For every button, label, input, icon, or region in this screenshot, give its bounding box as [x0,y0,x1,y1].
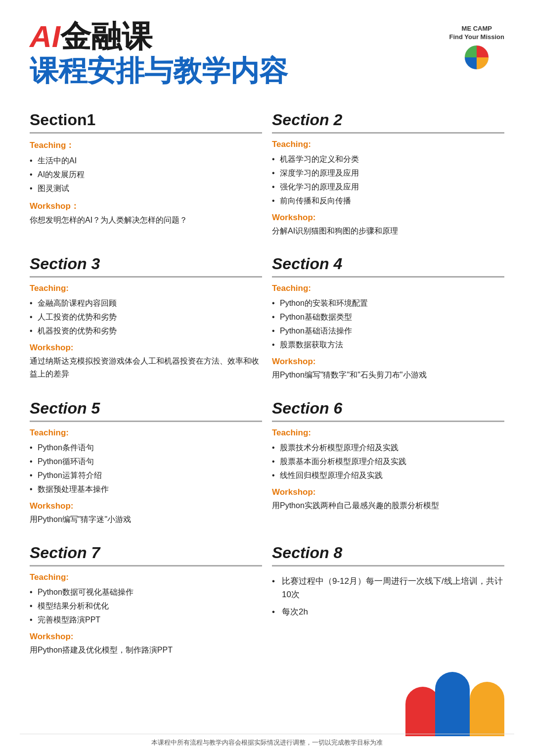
section-title-s4: Section 4 [272,255,504,273]
teaching-label-s4: Teaching: [272,284,504,293]
section-divider-s5 [30,421,262,422]
shape-blue [435,672,470,736]
logo-text: ME CAMPFind Your Mission [449,25,504,42]
section8-list: 比赛过程中（9-12月）每一周进行一次线下/线上培训，共计10次每次2h [272,572,504,621]
workshop-label-s7: Workshop: [30,632,262,642]
teaching-label-s6: Teaching: [272,428,504,438]
workshop-text-s1: 你想发明怎样的AI？为人类解决怎样的问题？ [30,214,262,227]
list-item: 完善模型路演PPT [30,613,262,627]
list-item: Python数据可视化基础操作 [30,585,262,599]
workshop-label-s6: Workshop: [272,487,504,497]
teaching-list-s5: Python条件语句Python循环语句Python运算符介绍数据预处理基本操作 [30,441,262,496]
section-title-s3: Section 3 [30,255,262,273]
list-item: 股票技术分析模型原理介绍及实践 [272,441,504,455]
workshop-text-s7: 用Python搭建及优化模型，制作路演PPT [30,644,262,657]
section-divider-s6 [272,421,504,422]
list-item: 股票数据获取方法 [272,338,504,352]
section-divider-s2 [272,132,504,134]
teaching-list-s2: 机器学习的定义和分类深度学习的原理及应用强化学习的原理及应用前向传播和反向传播 [272,152,504,208]
section-title-s1: Section1 [30,111,262,129]
list-item: 线性回归模型原理介绍及实践 [272,469,504,482]
list-item: 数据预处理基本操作 [30,482,262,496]
section-title-s8: Section 8 [272,544,504,562]
workshop-text-s5: 用Python编写"猜字迷"小游戏 [30,513,262,526]
workshop-text-s2: 分解AI识别猫图和狗图的步骤和原理 [272,225,504,237]
teaching-list-s3: 金融高阶课程内容回顾人工投资的优势和劣势机器投资的优势和劣势 [30,296,262,338]
list-item: 比赛过程中（9-12月）每一周进行一次线下/线上培训，共计10次 [272,572,504,603]
section-s4: Section 4Teaching:Python的安装和环境配置Python基础… [272,247,514,391]
section-s3: Section 3Teaching:金融高阶课程内容回顾人工投资的优势和劣势机器… [30,247,272,391]
list-item: Python的安装和环境配置 [272,296,504,310]
section-divider-s1 [30,132,262,134]
workshop-label-s4: Workshop: [272,357,504,367]
list-item: 金融高阶课程内容回顾 [30,296,262,310]
workshop-text-s6: 用Python实践两种自己最感兴趣的股票分析模型 [272,499,504,512]
list-item: AI的发展历程 [30,168,262,182]
list-item: 股票基本面分析模型原理介绍及实践 [272,455,504,469]
list-item: Python运算符介绍 [30,469,262,482]
section-title-s6: Section 6 [272,399,504,418]
section-title-s5: Section 5 [30,399,262,418]
section-s6: Section 6Teaching:股票技术分析模型原理介绍及实践股票基本面分析… [272,391,514,536]
teaching-label-s1: Teaching： [30,140,262,151]
list-item: 每次2h [272,603,504,620]
footer-note: 本课程中所有流程与教学内容会根据实际情况进行调整，一切以完成教学目标为准 [20,734,514,747]
title-line1: AI金融课 [30,20,288,53]
teaching-list-s7: Python数据可视化基础操作模型结果分析和优化完善模型路演PPT [30,585,262,627]
title-rest: 金融课 [60,19,152,53]
section-divider-s3 [30,276,262,278]
list-item: 前向传播和反向传播 [272,194,504,208]
teaching-label-s3: Teaching: [30,284,262,293]
list-item: 机器学习的定义和分类 [272,152,504,166]
title-line2: 课程安排与教学内容 [30,53,288,88]
list-item: Python循环语句 [30,455,262,469]
shape-yellow [470,682,504,736]
teaching-list-s1: 生活中的AIAI的发展历程图灵测试 [30,154,262,195]
list-item: 强化学习的原理及应用 [272,180,504,194]
list-item: 模型结果分析和优化 [30,599,262,613]
logo-block: ME CAMPFind Your Mission [449,20,504,70]
section-title-s7: Section 7 [30,544,262,562]
section-divider-s4 [272,276,504,278]
teaching-list-s4: Python的安装和环境配置Python基础数据类型Python基础语法操作股票… [272,296,504,352]
list-item: 人工投资的优势和劣势 [30,310,262,324]
section-s5: Section 5Teaching:Python条件语句Python循环语句Py… [30,391,272,536]
title-block: AI金融课 课程安排与教学内容 [30,20,288,88]
workshop-text-s4: 用Python编写"猜数字"和"石头剪刀布"小游戏 [272,369,504,381]
section-s8: Section 8比赛过程中（9-12月）每一周进行一次线下/线上培训，共计10… [272,536,514,666]
list-item: 图灵测试 [30,182,262,195]
workshop-text-s3: 通过纳斯达克模拟投资游戏体会人工和机器投资在方法、效率和收益上的差异 [30,355,262,380]
teaching-label-s7: Teaching: [30,572,262,582]
workshop-label-s5: Workshop: [30,501,262,511]
section-divider-s7 [30,565,262,567]
list-item: 生活中的AI [30,154,262,168]
logo-icon [464,45,490,70]
workshop-label-s3: Workshop: [30,343,262,353]
title-ai: AI [30,19,60,53]
section-title-s2: Section 2 [272,111,504,129]
section-s7: Section 7Teaching:Python数据可视化基础操作模型结果分析和… [30,536,272,666]
workshop-label-s1: Workshop： [30,200,262,212]
list-item: Python条件语句 [30,441,262,455]
section-s1: Section1Teaching：生活中的AIAI的发展历程图灵测试Worksh… [30,103,272,247]
section-s2: Section 2Teaching:机器学习的定义和分类深度学习的原理及应用强化… [272,103,514,247]
section-divider-s8 [272,565,504,567]
teaching-list-s6: 股票技术分析模型原理介绍及实践股票基本面分析模型原理介绍及实践线性回归模型原理介… [272,441,504,482]
header: AI金融课 课程安排与教学内容 ME CAMPFind Your Mission [0,0,534,98]
list-item: Python基础数据类型 [272,310,504,324]
list-item: Python基础语法操作 [272,324,504,338]
main-content: Section1Teaching：生活中的AIAI的发展历程图灵测试Worksh… [0,98,534,676]
teaching-label-s5: Teaching: [30,428,262,438]
list-item: 深度学习的原理及应用 [272,166,504,180]
teaching-label-s2: Teaching: [272,140,504,149]
workshop-label-s2: Workshop: [272,213,504,223]
list-item: 机器投资的优势和劣势 [30,324,262,338]
decorative-shapes [405,657,504,736]
